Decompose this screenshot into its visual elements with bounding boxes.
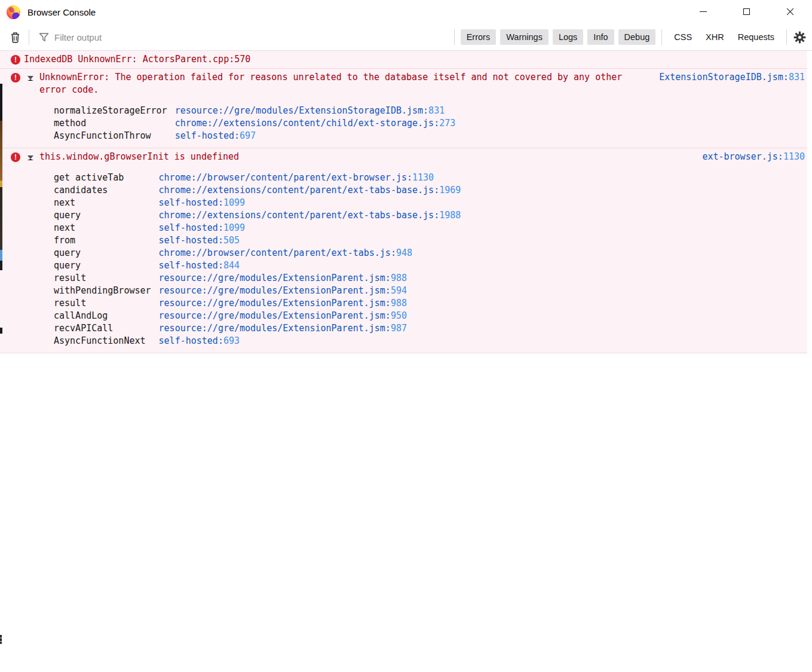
frame-function-name: from	[54, 234, 159, 247]
frame-source-link[interactable]: self-hosted:505	[159, 234, 461, 247]
frame-line-number: 831	[428, 105, 445, 116]
frame-filename: self-hosted:	[159, 260, 223, 271]
expand-arrow-icon[interactable]	[27, 76, 33, 81]
firefox-logo-icon	[7, 5, 20, 19]
category-button-xhr[interactable]: XHR	[700, 29, 730, 45]
frame-source-link[interactable]: self-hosted:1099	[159, 222, 461, 234]
maximize-button[interactable]	[725, 0, 768, 23]
minimize-button[interactable]	[681, 0, 725, 23]
frame-filename: self-hosted:	[159, 235, 223, 246]
frame-filename: resource://gre/modules/ExtensionParent.j…	[159, 323, 391, 334]
stack-frame: methodchrome://extensions/content/child/…	[54, 117, 455, 130]
frame-filename: resource://gre/modules/ExtensionParent.j…	[159, 273, 391, 283]
frame-line-number: 988	[391, 273, 407, 283]
console-message-row: UnknownError: The operation failed for r…	[0, 69, 807, 148]
frame-source-link[interactable]: self-hosted:697	[175, 130, 456, 142]
category-button-css[interactable]: CSS	[668, 29, 698, 45]
message-location-link[interactable]: ext-browser.js:1130	[690, 151, 805, 163]
frame-function-name: method	[54, 117, 175, 130]
stack-frame: recvAPICallresource://gre/modules/Extens…	[54, 322, 461, 335]
expand-arrow-icon[interactable]	[27, 155, 33, 160]
frame-source-link[interactable]: chrome://browser/content/parent/ext-brow…	[159, 172, 461, 184]
error-icon	[11, 73, 20, 83]
frame-source-link[interactable]: self-hosted:1099	[159, 197, 461, 209]
frame-filename: resource://gre/modules/ExtensionStorageI…	[175, 105, 428, 116]
frame-filename: self-hosted:	[159, 222, 223, 233]
frame-line-number: 1130	[412, 172, 434, 183]
minimize-icon	[700, 11, 707, 12]
error-icon	[11, 152, 20, 162]
filter-button-warnings[interactable]: Warnings	[500, 29, 549, 45]
frame-source-link[interactable]: resource://gre/modules/ExtensionParent.j…	[159, 285, 461, 297]
frame-function-name: next	[54, 197, 159, 209]
stack-frame: normalizeStorageErrorresource://gre/modu…	[54, 105, 455, 117]
message-header[interactable]: UnknownError: The operation failed for r…	[0, 69, 807, 99]
frame-line-number: 988	[391, 298, 407, 308]
category-buttons: CSSXHRRequests	[668, 29, 780, 45]
frame-filename: chrome://extensions/content/parent/ext-t…	[159, 185, 440, 196]
frame-function-name: candidates	[54, 184, 159, 197]
frame-function-name: withPendingBrowser	[54, 285, 159, 297]
frame-source-link[interactable]: chrome://extensions/content/child/ext-st…	[175, 117, 456, 130]
frame-source-link[interactable]: resource://gre/modules/ExtensionParent.j…	[159, 272, 461, 285]
frame-function-name: query	[54, 209, 159, 222]
frame-line-number: 987	[391, 323, 407, 334]
message-header[interactable]: IndexedDB UnknownErr: ActorsParent.cpp:5…	[0, 51, 807, 68]
filter-buttons: ErrorsWarningsLogsInfoDebug	[461, 29, 656, 45]
frame-source-link[interactable]: self-hosted:844	[159, 259, 461, 272]
frame-source-link[interactable]: resource://gre/modules/ExtensionStorageI…	[175, 105, 456, 117]
frame-line-number: 1969	[439, 185, 461, 196]
toolbar-separator	[29, 29, 29, 45]
location-line-number: 831	[789, 72, 805, 83]
frame-source-link[interactable]: self-hosted:693	[159, 335, 461, 347]
frame-filename: chrome://browser/content/parent/ext-tabs…	[159, 248, 396, 258]
message-text: IndexedDB UnknownErr: ActorsParent.cpp:5…	[24, 53, 250, 66]
frame-filename: chrome://extensions/content/parent/ext-t…	[159, 210, 440, 221]
stack-frame: querychrome://browser/content/parent/ext…	[54, 247, 461, 259]
stack-frame: callAndLogresource://gre/modules/Extensi…	[54, 310, 461, 322]
frame-filename: self-hosted:	[175, 130, 240, 141]
maximize-icon	[743, 8, 750, 15]
frame-line-number: 1988	[439, 210, 461, 221]
frame-line-number: 697	[240, 130, 256, 141]
frame-line-number: 844	[223, 260, 240, 271]
frame-function-name: AsyncFunctionNext	[54, 335, 159, 347]
frame-function-name: get activeTab	[54, 172, 159, 184]
frame-source-link[interactable]: resource://gre/modules/ExtensionParent.j…	[159, 310, 461, 322]
frame-filename: chrome://browser/content/parent/ext-brow…	[159, 172, 412, 183]
clear-output-button[interactable]	[5, 27, 25, 47]
console-settings-button[interactable]	[790, 27, 808, 47]
category-button-requests[interactable]: Requests	[732, 29, 780, 45]
frame-source-link[interactable]: chrome://browser/content/parent/ext-tabs…	[159, 247, 461, 259]
frame-line-number: 505	[223, 235, 240, 246]
message-location-link[interactable]: ExtensionStorageIDB.jsm:831	[647, 71, 805, 84]
stack-trace: get activeTabchrome://browser/content/pa…	[54, 172, 461, 347]
frame-line-number: 594	[391, 285, 407, 296]
frame-function-name: result	[54, 272, 159, 285]
frame-source-link[interactable]: chrome://extensions/content/parent/ext-t…	[159, 184, 461, 197]
window-controls	[681, 0, 812, 24]
console-message-row: this.window.gBrowserInit is undefined ex…	[0, 148, 807, 353]
frame-source-link[interactable]: resource://gre/modules/ExtensionParent.j…	[159, 322, 461, 335]
filter-output-input[interactable]	[54, 32, 451, 42]
filter-button-debug[interactable]: Debug	[618, 29, 656, 45]
frame-filename: resource://gre/modules/ExtensionParent.j…	[159, 285, 391, 296]
background-window-artifact	[0, 328, 2, 334]
close-button[interactable]	[768, 0, 812, 23]
filter-button-logs[interactable]: Logs	[553, 29, 583, 45]
frame-line-number: 1099	[223, 222, 245, 233]
window-title: Browser Console	[27, 7, 96, 17]
frame-function-name: query	[54, 259, 159, 272]
filter-button-errors[interactable]: Errors	[461, 29, 496, 45]
filter-button-info[interactable]: Info	[587, 29, 614, 45]
frame-function-name: normalizeStorageError	[54, 105, 175, 117]
frame-filename: self-hosted:	[159, 335, 223, 346]
frame-source-link[interactable]: resource://gre/modules/ExtensionParent.j…	[159, 297, 461, 310]
gear-icon	[793, 31, 806, 44]
message-header[interactable]: this.window.gBrowserInit is undefined ex…	[0, 148, 807, 166]
frame-line-number: 950	[391, 310, 407, 321]
stack-frame: AsyncFunctionThrowself-hosted:697	[54, 130, 455, 142]
stack-frame: withPendingBrowserresource://gre/modules…	[54, 285, 461, 297]
error-icon	[11, 55, 20, 65]
frame-source-link[interactable]: chrome://extensions/content/parent/ext-t…	[159, 209, 461, 222]
